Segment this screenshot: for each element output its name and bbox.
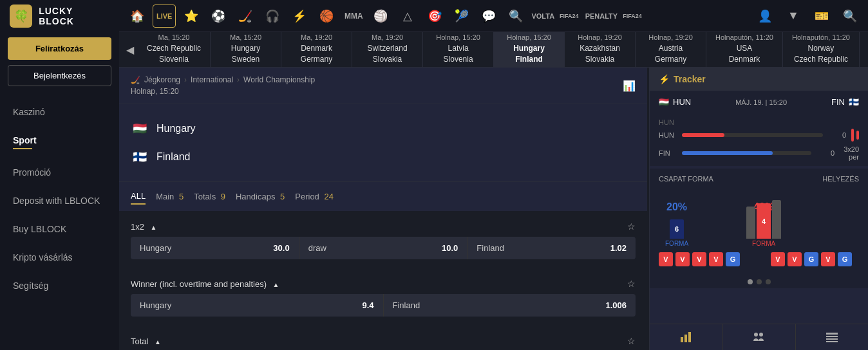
search-icon[interactable]: 🔍: [504, 5, 527, 28]
svg-rect-6: [826, 336, 838, 337]
finland-bar-1: [746, 207, 755, 239]
teams-display: 🇭🇺 Hungary 🇫🇮 Finland: [119, 104, 647, 181]
strip-match-8[interactable]: Holnaputón, 11:20 USADenmark: [706, 32, 783, 68]
tab-totals[interactable]: Totals 9: [194, 189, 225, 204]
strip-match-2[interactable]: Ma, 19:20 DenmarkGermany: [281, 32, 352, 68]
finland-forma-label: FORMA: [752, 240, 775, 247]
sidebar-item-deposit[interactable]: Deposit with LBLOCK: [0, 187, 119, 215]
esports-icon[interactable]: ⚡: [288, 5, 311, 28]
hun-code: HUN: [673, 97, 691, 107]
fin-result-4: V: [821, 252, 835, 266]
bet-section-winner: Winner (incl. overtime and penalties) ▲ …: [119, 268, 647, 326]
hungary-forma-label: FORMA: [665, 240, 688, 247]
bet-section-winner-header[interactable]: Winner (incl. overtime and penalties) ▲ …: [131, 273, 636, 294]
finland-bar-3: [772, 200, 781, 239]
strip-arrow-left[interactable]: ◀: [122, 44, 138, 56]
login-button[interactable]: Bejelentkezés: [8, 65, 111, 86]
strip-match-0[interactable]: Ma, 15:20 Czech RepublicSlovenia: [138, 32, 211, 68]
bet-value-hungary: 30.0: [273, 243, 289, 253]
strip-match-7[interactable]: Holnap, 19:20 AustriaGermany: [636, 32, 706, 68]
strip-match-3[interactable]: Ma, 19:20 SwitzerlandSlovakia: [352, 32, 423, 68]
sidebar-item-seggitseg[interactable]: Segítség: [0, 272, 119, 300]
hungary-form-results: V V V V G V V G V G: [659, 252, 859, 266]
sidebar-item-kripto[interactable]: Kripto vásárlás: [0, 243, 119, 272]
strip-match-6[interactable]: Holnap, 19:20 KazakhstanSlovakia: [565, 32, 636, 68]
sidebar-item-kasszino[interactable]: Kaszinó: [0, 98, 119, 126]
bet-value-finland: 1.02: [610, 243, 627, 253]
soccer-icon[interactable]: ⚽: [207, 5, 230, 28]
hun-progress-label: HUN: [659, 118, 674, 126]
tab-period[interactable]: Period 24: [295, 189, 334, 204]
basketball-icon[interactable]: 🏀: [315, 5, 338, 28]
star-icon-total[interactable]: ☆: [627, 336, 636, 346]
tournament-label: World Championship: [243, 75, 315, 84]
bet-value-finland-winner: 1.006: [605, 300, 627, 310]
tab-all[interactable]: ALL: [131, 189, 146, 205]
tracker-dots: [650, 275, 868, 288]
tab-main[interactable]: Main 5: [156, 189, 184, 204]
sidebar-item-buy[interactable]: Buy LBLOCK: [0, 215, 119, 243]
search-top-icon[interactable]: 🔍: [838, 5, 862, 28]
tracker-tab-stats[interactable]: [650, 324, 722, 350]
bet-cell-draw[interactable]: draw 10.0: [299, 237, 468, 259]
hun-label: HUN: [659, 131, 677, 139]
bet-section-total-header[interactable]: Total ▲ ☆: [131, 331, 636, 350]
fin-flag: 🇫🇮: [849, 97, 859, 107]
fin-result-2: V: [788, 252, 802, 266]
bet-section-total-title: Total ▲: [131, 336, 161, 346]
favorites-icon[interactable]: ⭐: [180, 5, 203, 28]
bet-cell-finland-1x2[interactable]: Finland 1.02: [467, 237, 636, 259]
hun-flag: 🇭🇺: [659, 97, 669, 107]
chart-icon[interactable]: 📊: [623, 80, 636, 92]
bet-cell-finland-winner[interactable]: Finland 1.006: [384, 294, 636, 317]
sport-icon: 🏒: [131, 75, 140, 84]
dot-1[interactable]: [748, 279, 753, 284]
chart-area: CSAPAT FORMA HELYEZÉS 20% 6 FORMA 40% 4: [650, 169, 868, 275]
home-icon[interactable]: 🏠: [126, 5, 149, 28]
star-icon-1x2[interactable]: ☆: [627, 221, 636, 232]
bet-tabs: ALL Main 5 Totals 9 Handicaps 5 Period 2…: [119, 181, 647, 211]
avatar-icon[interactable]: 👤: [753, 5, 777, 28]
hun-progress-fill: [682, 133, 724, 137]
darts-icon[interactable]: 🎯: [423, 5, 446, 28]
bet-cell-hungary-winner[interactable]: Hungary 9.4: [131, 294, 384, 317]
sidebar-item-sport[interactable]: Sport: [0, 126, 119, 158]
chevron-down-icon[interactable]: ▼: [782, 5, 805, 28]
chat-icon[interactable]: 💬: [477, 5, 500, 28]
live-badge[interactable]: LIVE: [153, 5, 176, 28]
tracker-header: ⚡ Tracker: [650, 68, 868, 91]
strip-match-4[interactable]: Holnap, 15:20 LatviaSlovenia: [423, 32, 494, 68]
bet-section-1x2-header[interactable]: 1x2 ▲ ☆: [131, 216, 636, 237]
tracker-tab-lineups[interactable]: [722, 324, 795, 350]
tab-handicaps[interactable]: Handicaps 5: [236, 189, 285, 204]
fin-code: FIN: [831, 97, 845, 107]
finland-bar-2: 4: [757, 203, 771, 239]
tickets-icon[interactable]: 🎫: [810, 5, 833, 28]
star-icon-winner[interactable]: ☆: [627, 279, 636, 289]
tracker-tab-table[interactable]: [796, 324, 868, 350]
register-button[interactable]: Feliratkozás: [8, 37, 111, 60]
strip-match-5-active[interactable]: Holnap, 15:20 HungaryFinland: [494, 32, 565, 68]
svg-rect-1: [684, 335, 687, 342]
headphones-icon[interactable]: 🎧: [261, 5, 284, 28]
logo-text: LUCKY BLOCK: [39, 6, 109, 26]
bet-cell-hungary-1x2[interactable]: Hungary 30.0: [131, 237, 299, 259]
strip-match-10[interactable]: Holnaputón, 15:20 AustriaFinland: [860, 32, 865, 68]
cycling-icon[interactable]: △: [396, 5, 419, 28]
match-strip: ◀ Ma, 15:20 Czech RepublicSlovenia Ma, 1…: [119, 32, 868, 68]
logo-area: 🍀 LUCKY BLOCK: [0, 0, 119, 32]
dot-2[interactable]: [757, 279, 762, 284]
hockey-icon[interactable]: 🏒: [234, 5, 257, 28]
strip-match-9[interactable]: Holnaputón, 11:20 NorwayCzech Republic: [783, 32, 860, 68]
tracker-logo-icon: ⚡: [659, 74, 670, 84]
hun-result-1: V: [659, 252, 673, 266]
dot-3[interactable]: [766, 279, 771, 284]
sidebar-item-promocio[interactable]: Promóció: [0, 158, 119, 187]
tennis-icon[interactable]: 🎾: [450, 5, 473, 28]
strip-match-1[interactable]: Ma, 15:20 HungarySweden: [211, 32, 281, 68]
hun-result-5: G: [726, 252, 740, 266]
event-time: Holnap, 15:20: [131, 87, 315, 96]
bet-section-1x2-title: 1x2 ▲: [131, 222, 156, 232]
mma-icon[interactable]: MMA: [342, 5, 365, 28]
volleyball-icon[interactable]: 🏐: [369, 5, 392, 28]
